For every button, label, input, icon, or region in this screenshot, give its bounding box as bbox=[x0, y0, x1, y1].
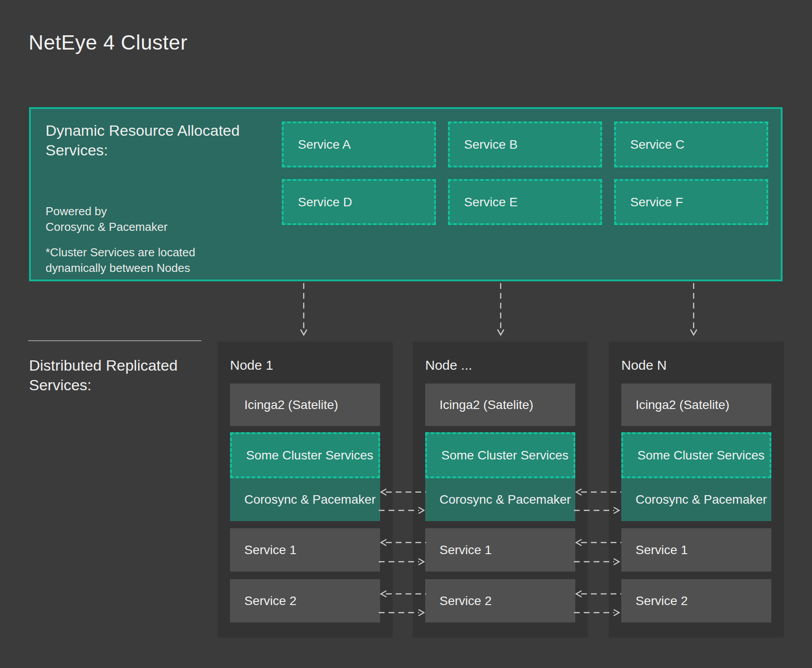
dashed-left-arrow-icon bbox=[379, 539, 426, 547]
dashed-left-arrow-icon bbox=[574, 488, 621, 496]
node-column: Node 1 Icinga2 (Satelite) Some Cluster S… bbox=[218, 342, 393, 638]
dynamic-services-heading: Dynamic Resource Allocated Services: bbox=[46, 121, 240, 160]
node-title: Node ... bbox=[425, 358, 575, 373]
node-title: Node 1 bbox=[230, 358, 380, 373]
dashed-right-arrow-icon bbox=[379, 558, 426, 566]
node-column: Node ... Icinga2 (Satelite) Some Cluster… bbox=[413, 342, 588, 638]
service-box: Service 2 bbox=[425, 579, 575, 622]
node-column: Node N Icinga2 (Satelite) Some Cluster S… bbox=[609, 342, 784, 638]
service-box: Service 1 bbox=[230, 528, 380, 572]
cluster-services-note: *Cluster Services are located dynamicall… bbox=[46, 245, 195, 276]
corosync-pacemaker-box: Corosync & Pacemaker bbox=[621, 478, 771, 521]
dynamic-services-grid: Service A Service B Service C Service D … bbox=[282, 121, 768, 225]
service-box: Service 1 bbox=[621, 528, 771, 572]
service-chip: Service D bbox=[282, 179, 436, 225]
cluster-services-box: Some Cluster Services bbox=[621, 432, 771, 478]
service-chip: Service B bbox=[448, 121, 602, 167]
dashed-down-arrow-icon bbox=[497, 283, 505, 338]
service-chip: Service C bbox=[614, 121, 768, 167]
icinga-satellite-box: Icinga2 (Satelite) bbox=[230, 384, 380, 426]
dashed-right-arrow-icon bbox=[574, 558, 621, 566]
dashed-left-arrow-icon bbox=[379, 590, 426, 598]
diagram-canvas: NetEye 4 Cluster Dynamic Resource Alloca… bbox=[0, 0, 812, 668]
dashed-right-arrow-icon bbox=[379, 609, 426, 617]
dashed-down-arrow-icon bbox=[300, 283, 308, 338]
replicated-services-heading: Distributed Replicated Services: bbox=[29, 355, 178, 395]
service-box: Service 2 bbox=[230, 579, 380, 622]
cluster-services-box: Some Cluster Services bbox=[230, 432, 380, 478]
dashed-down-arrow-icon bbox=[690, 283, 698, 338]
dashed-right-arrow-icon bbox=[574, 506, 621, 514]
dashed-left-arrow-icon bbox=[574, 590, 621, 598]
section-divider bbox=[28, 340, 201, 341]
dashed-left-arrow-icon bbox=[574, 539, 621, 547]
powered-by-text: Powered by Corosync & Pacemaker bbox=[46, 204, 167, 235]
cluster-services-box: Some Cluster Services bbox=[425, 432, 575, 478]
service-chip: Service F bbox=[614, 179, 768, 225]
node-title: Node N bbox=[621, 358, 771, 373]
corosync-pacemaker-box: Corosync & Pacemaker bbox=[230, 478, 380, 521]
service-box: Service 1 bbox=[425, 528, 575, 572]
icinga-satellite-box: Icinga2 (Satelite) bbox=[621, 384, 771, 426]
dashed-left-arrow-icon bbox=[379, 488, 426, 496]
dynamic-services-panel: Dynamic Resource Allocated Services: Pow… bbox=[29, 107, 783, 281]
icinga-satellite-box: Icinga2 (Satelite) bbox=[425, 384, 575, 426]
dashed-right-arrow-icon bbox=[379, 506, 426, 514]
page-title: NetEye 4 Cluster bbox=[29, 30, 188, 54]
corosync-pacemaker-box: Corosync & Pacemaker bbox=[425, 478, 575, 521]
dashed-right-arrow-icon bbox=[574, 609, 621, 617]
service-box: Service 2 bbox=[621, 579, 771, 622]
service-chip: Service A bbox=[282, 121, 436, 167]
service-chip: Service E bbox=[448, 179, 602, 225]
